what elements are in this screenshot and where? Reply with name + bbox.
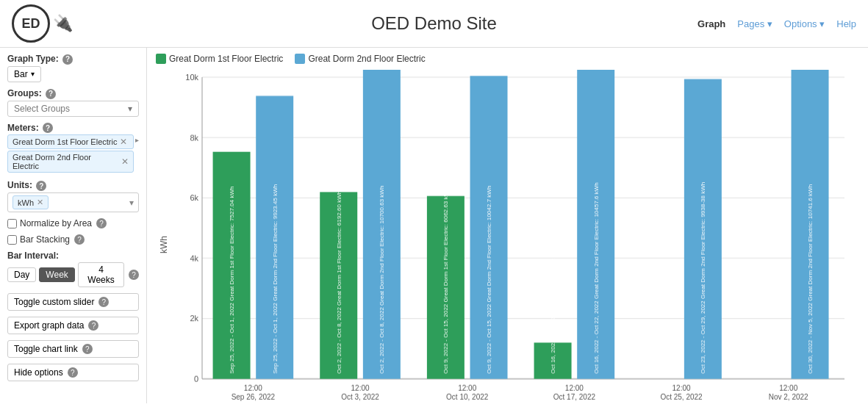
toggle-chart-link-label: Toggle chart link — [14, 344, 78, 354]
meter-tag-1-remove[interactable]: ✕ — [120, 137, 127, 147]
meter-tag-1: Great Dorm 1st Floor Electric ✕ — [7, 134, 134, 149]
nav-help[interactable]: Help — [836, 18, 856, 29]
nav-links: Graph Pages Options Help — [697, 18, 856, 29]
interval-4weeks-btn[interactable]: 4 Weeks — [78, 262, 124, 287]
hide-options-btn[interactable]: Hide options ? — [7, 364, 139, 381]
bar-interval-section: Bar Interval: Day Week 4 Weeks ? — [7, 251, 139, 287]
groups-label: Groups: ? — [7, 88, 139, 99]
bar-interval-label: Bar Interval: — [7, 251, 139, 261]
meter-tag-1-label: Great Dorm 1st Floor Electric — [12, 137, 117, 146]
chart-inner — [169, 70, 859, 403]
units-wrapper: kWh ✕ ▾ — [7, 192, 139, 212]
legend-color-2 — [295, 54, 305, 64]
bar-stacking-label: Bar Stacking — [20, 234, 70, 245]
groups-section: Groups: ? Select Groups ▾ — [7, 88, 139, 117]
meter-tag-2: Great Dorm 2nd Floor Electric ✕ — [7, 151, 134, 173]
bar-stacking-help-icon[interactable]: ? — [74, 234, 85, 245]
unit-tag-remove[interactable]: ✕ — [37, 198, 43, 207]
meters-label: Meters: ? — [7, 123, 139, 134]
y-axis-label: kWh — [156, 236, 169, 253]
units-help-icon[interactable]: ? — [36, 181, 46, 191]
meters-section: Meters: ? Great Dorm 1st Floor Electric … — [7, 123, 139, 175]
meter-tag-2-remove[interactable]: ✕ — [121, 156, 129, 167]
toggle-custom-slider-label: Toggle custom slider — [14, 297, 94, 307]
unit-tag: kWh ✕ — [12, 195, 49, 209]
interval-help-icon[interactable]: ? — [129, 270, 139, 280]
normalize-label: Normalize by Area — [20, 218, 92, 228]
export-help-icon[interactable]: ? — [88, 320, 98, 331]
nav-pages[interactable]: Pages — [737, 18, 772, 29]
hide-options-label: Hide options — [14, 367, 63, 378]
legend-label-1: Great Dorm 1st Floor Electric — [169, 54, 283, 64]
bar-stacking-row: Bar Stacking ? — [7, 234, 139, 245]
toggle-custom-slider-btn[interactable]: Toggle custom slider ? — [7, 293, 139, 311]
chart-legend: Great Dorm 1st Floor Electric Great Dorm… — [156, 54, 859, 64]
meters-list: Great Dorm 1st Floor Electric ✕ Great Do… — [7, 134, 134, 174]
graph-type-arrow-icon: ▾ — [31, 70, 35, 78]
units-label: Units: ? — [7, 180, 139, 191]
graph-type-label: Graph Type: ? — [7, 54, 139, 65]
graph-type-dropdown[interactable]: Bar ▾ — [7, 66, 41, 82]
nav-options[interactable]: Options — [784, 18, 825, 29]
bar-stacking-checkbox[interactable] — [7, 235, 17, 245]
chart-wrapper: kWh — [156, 70, 859, 403]
nav-graph[interactable]: Graph — [697, 18, 725, 29]
logo-plug-icon: 🔌 — [53, 14, 73, 33]
sidebar: Graph Type: ? Bar ▾ Groups: ? Select Gro… — [0, 48, 147, 403]
logo-initials: ED — [12, 4, 50, 43]
legend-item-1: Great Dorm 1st Floor Electric — [156, 54, 283, 64]
interval-buttons: Day Week 4 Weeks ? — [7, 262, 139, 287]
toggle-slider-help-icon[interactable]: ? — [98, 297, 109, 307]
page-title: OED Demo Site — [371, 13, 497, 34]
toggle-chart-link-btn[interactable]: Toggle chart link ? — [7, 340, 139, 358]
groups-chevron-icon: ▾ — [128, 104, 132, 114]
logo: ED 🔌 — [12, 4, 73, 43]
normalize-help-icon[interactable]: ? — [96, 218, 107, 228]
export-graph-data-btn[interactable]: Export graph data ? — [7, 317, 139, 334]
legend-color-1 — [156, 54, 166, 64]
units-chevron-icon: ▾ — [129, 198, 134, 208]
units-section: Units: ? kWh ✕ ▾ — [7, 180, 139, 212]
normalize-checkbox[interactable] — [7, 219, 17, 228]
toggle-chart-help-icon[interactable]: ? — [82, 344, 93, 354]
meters-help-icon[interactable]: ? — [43, 123, 53, 133]
graph-type-section: Graph Type: ? Bar ▾ — [7, 54, 139, 82]
interval-week-btn[interactable]: Week — [39, 267, 74, 282]
select-groups-dropdown[interactable]: Select Groups ▾ — [7, 101, 139, 117]
normalize-row: Normalize by Area ? — [7, 218, 139, 228]
interval-day-btn[interactable]: Day — [7, 267, 36, 282]
chart-area: Great Dorm 1st Floor Electric Great Dorm… — [147, 48, 868, 403]
legend-item-2: Great Dorm 2nd Floor Electric — [295, 54, 425, 64]
meters-scroll-arrow[interactable]: ▸ — [135, 134, 139, 144]
graph-type-help-icon[interactable]: ? — [62, 54, 73, 65]
unit-tag-label: kWh — [18, 198, 34, 207]
legend-label-2: Great Dorm 2nd Floor Electric — [308, 54, 425, 64]
export-graph-data-label: Export graph data — [14, 320, 84, 331]
bar-chart-canvas — [169, 70, 859, 403]
groups-help-icon[interactable]: ? — [46, 89, 56, 99]
meter-tag-2-label: Great Dorm 2nd Floor Electric — [12, 153, 118, 170]
hide-options-help-icon[interactable]: ? — [68, 367, 78, 378]
